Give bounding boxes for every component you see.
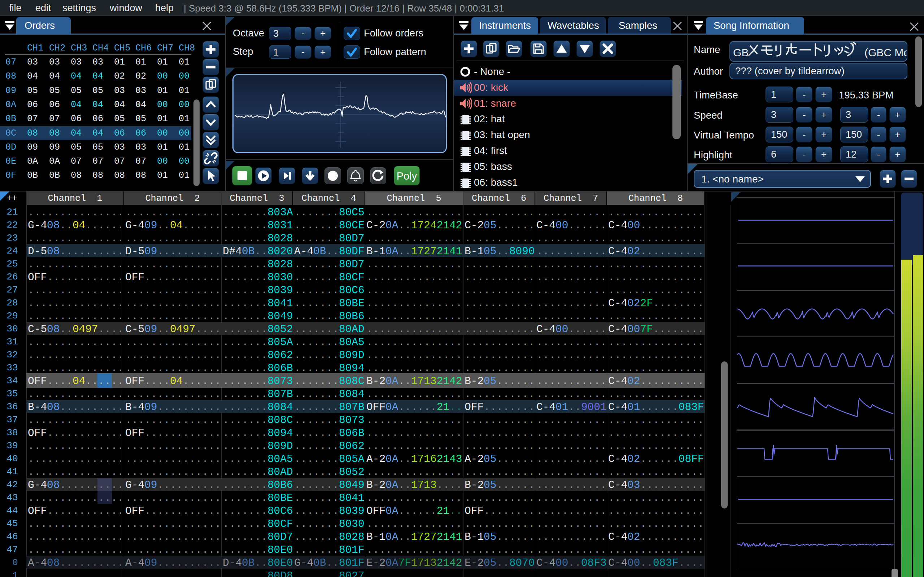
svg-text:(GBC Menu: (GBC Menu <box>864 47 907 58</box>
svg-text:GB: GB <box>733 47 749 58</box>
